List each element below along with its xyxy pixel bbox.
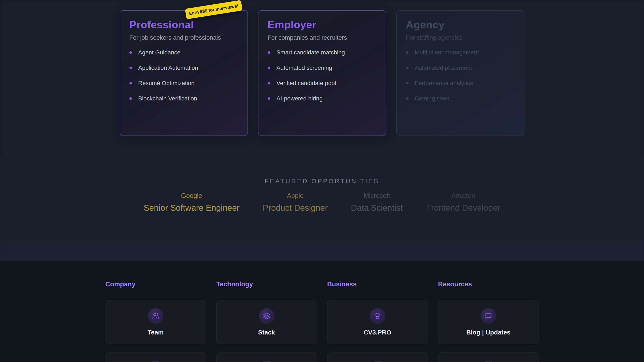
- plan-feature: Application Automation: [130, 64, 238, 71]
- hidden-icon: [370, 361, 385, 362]
- bullet-dot-icon: [268, 82, 270, 84]
- footer-column-resources: Resources Blog | Updates: [438, 280, 539, 362]
- plan-feature: Performance analytics: [406, 80, 515, 87]
- plan-card-employer[interactable]: Employer For companies and recruiters Sm…: [258, 10, 386, 136]
- job-company: Microsoft: [351, 192, 403, 200]
- message-square-icon: [481, 308, 496, 324]
- plan-feature: AI-powered hiring: [268, 95, 376, 102]
- plan-feature-label: Performance analytics: [415, 80, 473, 87]
- footer-card-partial[interactable]: [327, 352, 428, 362]
- footer-card-label: Stack: [258, 329, 275, 336]
- bullet-dot-icon: [268, 51, 270, 54]
- landing-page: Earn $$$ for Interviews! Professional Fo…: [0, 0, 644, 362]
- plan-feature-label: Verified candidate pool: [276, 80, 336, 87]
- bullet-dot-icon: [130, 67, 132, 69]
- plan-feature-label: Automated placement: [415, 64, 472, 71]
- footer-card-stack[interactable]: Stack: [216, 300, 317, 344]
- job-role: Product Designer: [263, 203, 328, 213]
- footer-heading: Business: [327, 280, 428, 288]
- featured-jobs-row: Google Senior Software Engineer Apple Pr…: [0, 192, 644, 213]
- featured-opportunities-heading: FEATURED OPPORTUNITIES: [0, 178, 644, 185]
- plan-feature-label: Résumé Optimization: [138, 80, 195, 87]
- featured-job-google: Google Senior Software Engineer: [144, 192, 240, 213]
- plan-feature: Verified candidate pool: [268, 80, 376, 87]
- plan-feature: Blockchain Verification: [130, 95, 238, 102]
- bullet-dot-icon: [268, 97, 270, 100]
- plan-feature: Automated placement: [406, 64, 515, 71]
- award-icon: [370, 308, 385, 324]
- footer-column-technology: Technology Stack: [216, 280, 317, 362]
- footer-heading: Technology: [216, 280, 317, 288]
- footer-card-partial[interactable]: [438, 352, 539, 362]
- job-company: Google: [144, 192, 240, 200]
- job-company: Amazon: [426, 192, 500, 200]
- footer-heading: Company: [106, 280, 206, 288]
- plan-description: For companies and recruiters: [268, 34, 376, 41]
- footer-columns: Company Team Technology: [0, 280, 644, 362]
- plan-title: Agency: [406, 19, 515, 31]
- featured-opportunities-section: FEATURED OPPORTUNITIES Google Senior Sof…: [0, 156, 644, 240]
- footer-heading: Resources: [438, 280, 539, 288]
- bullet-dot-icon: [406, 97, 408, 100]
- bullet-dot-icon: [130, 51, 132, 54]
- plan-feature: Agent Guidance: [130, 49, 238, 56]
- footer-column-business: Business CV3.PRO: [327, 280, 428, 362]
- bullet-dot-icon: [268, 67, 270, 69]
- plan-feature-list: Smart candidate matching Automated scree…: [268, 49, 376, 102]
- footer-card-team[interactable]: Team: [106, 300, 206, 344]
- bullet-dot-icon: [130, 82, 132, 84]
- layers-icon: [259, 308, 274, 324]
- bullet-dot-icon: [406, 82, 408, 84]
- plan-feature-label: AI-powered hiring: [276, 95, 323, 102]
- plan-feature-label: Blockchain Verification: [138, 95, 197, 102]
- plan-feature: Coming soon...: [406, 95, 515, 102]
- featured-job-microsoft: Microsoft Data Scientist: [351, 192, 403, 213]
- plan-feature-list: Agent Guidance Application Automation Ré…: [130, 49, 238, 102]
- earn-for-interviews-badge: Earn $$$ for Interviews!: [185, 0, 242, 19]
- job-role: Frontend Developer: [426, 203, 500, 213]
- job-role: Senior Software Engineer: [144, 203, 240, 213]
- job-role: Data Scientist: [351, 203, 403, 213]
- footer-card-partial[interactable]: [216, 352, 317, 362]
- featured-job-apple: Apple Product Designer: [263, 192, 328, 213]
- plan-title: Professional: [130, 19, 238, 31]
- plan-feature: Smart candidate matching: [268, 49, 376, 56]
- plan-feature-label: Smart candidate matching: [276, 49, 345, 56]
- bullet-dot-icon: [130, 97, 132, 100]
- featured-job-amazon: Amazon Frontend Developer: [426, 192, 500, 213]
- footer-card-label: Team: [148, 329, 164, 336]
- hidden-icon: [481, 361, 496, 362]
- plan-feature-label: Application Automation: [138, 64, 198, 71]
- footer-card-partial[interactable]: [106, 352, 206, 362]
- plan-feature: Multi-client management: [406, 49, 515, 56]
- footer-card-label: Blog | Updates: [466, 329, 510, 336]
- footer-column-company: Company Team: [106, 280, 206, 362]
- plan-feature-label: Multi-client management: [415, 49, 479, 56]
- plan-feature-label: Automated screening: [276, 64, 332, 71]
- plan-card-agency: Agency For staffing agencies Multi-clien…: [396, 10, 524, 136]
- bullet-dot-icon: [406, 67, 408, 69]
- plan-description: For staffing agencies: [406, 34, 515, 41]
- plan-feature-label: Agent Guidance: [138, 49, 180, 56]
- plan-feature-label: Coming soon...: [415, 95, 454, 102]
- plans-row: Earn $$$ for Interviews! Professional Fo…: [0, 10, 644, 136]
- footer-card-label: CV3.PRO: [364, 329, 392, 336]
- plan-feature-list: Multi-client management Automated placem…: [406, 49, 515, 102]
- job-company: Apple: [263, 192, 328, 200]
- plan-title: Employer: [268, 19, 376, 31]
- users-icon: [148, 308, 164, 324]
- footer-card-cv3pro[interactable]: CV3.PRO: [327, 300, 428, 344]
- plan-description: For job seekers and professionals: [130, 34, 238, 41]
- site-footer: Company Team Technology: [0, 261, 644, 362]
- divider-strip: [0, 240, 644, 261]
- hidden-icon: [148, 361, 164, 362]
- hidden-icon: [259, 361, 274, 362]
- plan-card-professional[interactable]: Earn $$$ for Interviews! Professional Fo…: [120, 10, 248, 136]
- bullet-dot-icon: [406, 51, 408, 54]
- plans-section: Earn $$$ for Interviews! Professional Fo…: [0, 0, 644, 156]
- plan-feature: Automated screening: [268, 64, 376, 71]
- footer-card-blog-updates[interactable]: Blog | Updates: [438, 300, 539, 344]
- plan-feature: Résumé Optimization: [130, 80, 238, 87]
